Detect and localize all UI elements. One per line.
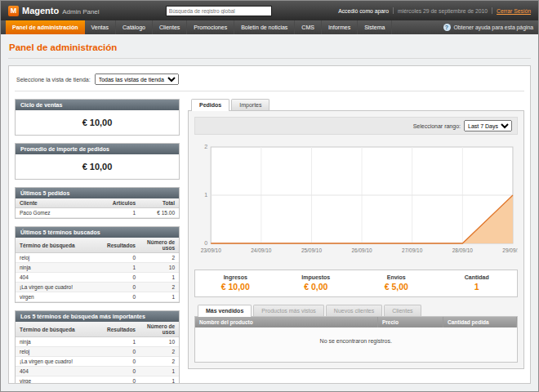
table-cell: 1 bbox=[100, 208, 140, 218]
nav-item-clientes[interactable]: Clientes bbox=[153, 20, 187, 34]
total-label: Envíos bbox=[356, 274, 437, 280]
total-cantidad: Cantidad1 bbox=[437, 274, 518, 292]
last-orders-table: ClienteArtículosTotalPaco Gomez1€ 15.00 bbox=[16, 198, 179, 218]
tab-productos-m-s-vistos[interactable]: Productos más vistos bbox=[253, 305, 324, 316]
last-search-terms-box: Últimos 5 términos buscados Término de b… bbox=[15, 226, 180, 303]
tab-m-s-vendidos[interactable]: Más vendidos bbox=[198, 305, 252, 317]
global-search-input[interactable] bbox=[166, 6, 272, 16]
content-panel: Seleccione la vista de tienda: Todas las… bbox=[8, 65, 531, 384]
products-table: Nombre del productoPrecioCantidad pedida… bbox=[195, 317, 517, 362]
table-cell: 1 bbox=[140, 376, 179, 385]
svg-text:1: 1 bbox=[204, 193, 207, 198]
table-cell: 0 bbox=[100, 273, 140, 283]
box-title: Promedio de importe de pedidos bbox=[16, 144, 179, 154]
logo-text: Magento bbox=[22, 6, 59, 16]
table-row[interactable]: reloj02 bbox=[16, 253, 179, 263]
lifetime-sales-value: € 10,00 bbox=[16, 110, 179, 135]
table-row[interactable]: 40401 bbox=[16, 367, 179, 376]
help-label: Obtener ayuda para esta página bbox=[454, 24, 534, 30]
table-row[interactable]: Paco Gomez1€ 15.00 bbox=[16, 208, 179, 218]
table-cell: 0 bbox=[100, 253, 140, 263]
table-cell: ninja bbox=[16, 263, 100, 273]
store-view-select[interactable]: Todas las vistas de tienda bbox=[95, 74, 179, 85]
table-cell: 0 bbox=[100, 292, 140, 302]
logged-in-as: Accedió como aparo bbox=[338, 8, 389, 14]
range-select[interactable]: Last 7 Days bbox=[464, 120, 512, 131]
magento-admin-window: M Magento Admin Panel Accedió como aparo… bbox=[0, 0, 539, 392]
dashboard-columns: Ciclo de ventas € 10,00 Promedio de impo… bbox=[15, 99, 524, 384]
total-env-os: Envíos€ 5,00 bbox=[356, 274, 437, 292]
empty-message: No se encontraron registros. bbox=[195, 327, 517, 362]
column-header: Precio bbox=[378, 317, 443, 327]
table-row[interactable]: ¡La virgen que cuadro!02 bbox=[16, 283, 179, 292]
lifetime-sales-box: Ciclo de ventas € 10,00 bbox=[15, 99, 180, 136]
nav-item-sistema[interactable]: Sistema bbox=[358, 20, 392, 34]
column-header: Término de búsqueda bbox=[16, 238, 100, 253]
total-value: € 10,00 bbox=[195, 282, 276, 292]
svg-text:24/09/10: 24/09/10 bbox=[251, 247, 272, 253]
help-link[interactable]: ? Obtener ayuda para esta página bbox=[443, 20, 534, 34]
magento-logo-icon: M bbox=[8, 6, 19, 16]
table-cell: 0 bbox=[100, 357, 140, 367]
table-cell: 1 bbox=[140, 292, 179, 302]
user-area: Accedió como aparo miércoles 29 de septi… bbox=[338, 7, 531, 14]
table-row[interactable]: reloj02 bbox=[16, 347, 179, 357]
average-orders-value: € 10,00 bbox=[16, 154, 179, 179]
table-row[interactable]: 40401 bbox=[16, 273, 179, 283]
table-row[interactable]: ninja110 bbox=[16, 263, 179, 273]
svg-text:27/09/10: 27/09/10 bbox=[402, 247, 423, 253]
table-cell: 0 bbox=[100, 376, 140, 385]
table-cell: Paco Gomez bbox=[16, 208, 100, 218]
range-label: Seleccionar rango: bbox=[413, 123, 461, 129]
nav-item-bolet-n-de-noticias[interactable]: Boletín de noticias bbox=[234, 20, 295, 34]
table-cell: 1 bbox=[140, 273, 179, 283]
separator bbox=[393, 7, 394, 14]
nav-item-cat-logo[interactable]: Catálogo bbox=[116, 20, 153, 34]
table-cell: reloj bbox=[16, 347, 100, 357]
tab-pedidos[interactable]: Pedidos bbox=[191, 99, 229, 111]
column-header: Número de usos bbox=[140, 238, 179, 253]
last-orders-box: Últimos 5 pedidos ClienteArtículosTotalP… bbox=[15, 187, 180, 219]
total-value: 1 bbox=[437, 282, 518, 292]
magento-logo[interactable]: M Magento Admin Panel bbox=[8, 6, 100, 16]
range-row: Seleccionar rango: Last 7 Days bbox=[194, 117, 518, 135]
top-search-terms-table: Término de búsquedaResultadosNúmero de u… bbox=[16, 322, 179, 384]
last-search-terms-table: Término de búsquedaResultadosNúmero de u… bbox=[16, 238, 179, 302]
total-value: € 5,00 bbox=[356, 282, 437, 292]
nav-item-informes[interactable]: Informes bbox=[322, 20, 358, 34]
page-title: Panel de administración bbox=[8, 40, 531, 59]
nav-item-ventas[interactable]: Ventas bbox=[85, 20, 116, 34]
logout-link[interactable]: Cerrar Sesión bbox=[497, 8, 531, 14]
tab-clientes[interactable]: Clientes bbox=[384, 305, 421, 316]
table-cell: 1 bbox=[140, 367, 179, 376]
tab-nuevos-clientes[interactable]: Nuevos clientes bbox=[326, 305, 382, 316]
total-impuestos: Impuestos€ 0,00 bbox=[276, 274, 357, 292]
table-cell: 2 bbox=[140, 283, 179, 292]
total-ingresos: Ingresos€ 10,00 bbox=[195, 274, 276, 292]
column-header: Término de búsqueda bbox=[16, 322, 100, 337]
nav-item-promociones[interactable]: Promociones bbox=[187, 20, 234, 34]
tab-importes[interactable]: Importes bbox=[231, 99, 270, 110]
column-header: Cantidad pedida bbox=[443, 317, 517, 327]
table-row[interactable]: virge01 bbox=[16, 376, 179, 385]
table-row[interactable]: ninja110 bbox=[16, 337, 179, 347]
store-switcher: Seleccione la vista de tienda: Todas las… bbox=[15, 72, 524, 91]
table-cell: 10 bbox=[140, 263, 179, 273]
column-header: Total bbox=[140, 198, 179, 208]
table-cell: € 15.00 bbox=[140, 208, 179, 218]
nav-item-cms[interactable]: CMS bbox=[295, 20, 322, 34]
table-row[interactable]: ¡La virgen que cuadro!02 bbox=[16, 357, 179, 367]
global-search bbox=[106, 6, 332, 16]
nav-item-panel-de-administraci-n[interactable]: Panel de administración bbox=[6, 20, 85, 34]
svg-text:29/09/10: 29/09/10 bbox=[502, 247, 518, 253]
table-cell: 404 bbox=[16, 273, 100, 283]
separator bbox=[492, 7, 492, 14]
dashboard-main: PedidosImportes Seleccionar rango: Last … bbox=[188, 99, 524, 384]
table-cell: ninja bbox=[16, 337, 100, 347]
total-label: Ingresos bbox=[195, 274, 276, 280]
top-search-terms-box: Los 5 términos de búsqueda más important… bbox=[15, 310, 180, 384]
table-row[interactable]: virgen01 bbox=[16, 292, 179, 302]
current-date: miércoles 29 de septiembre de 2010 bbox=[398, 8, 488, 14]
box-title: Los 5 términos de búsqueda más important… bbox=[16, 311, 179, 322]
box-title: Últimos 5 términos buscados bbox=[16, 227, 179, 238]
